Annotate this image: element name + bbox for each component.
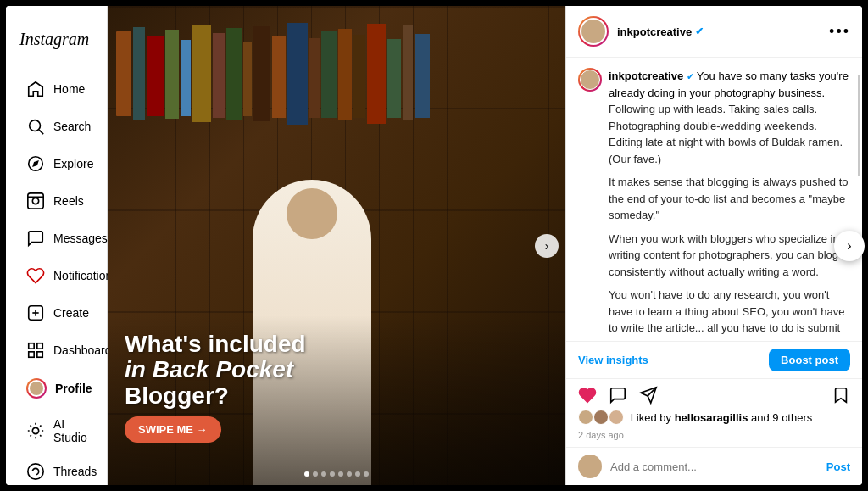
svg-rect-11 bbox=[37, 343, 42, 349]
svg-rect-13 bbox=[37, 352, 42, 357]
caption-verified: ✔ bbox=[687, 71, 697, 81]
post-actions-row bbox=[566, 378, 862, 408]
modal-container: Instagram Home Search bbox=[6, 6, 862, 485]
add-comment-row: Post bbox=[566, 447, 862, 485]
dashboard-icon bbox=[26, 341, 45, 360]
post-caption: inkpotcreative ✔ You have so many tasks … bbox=[609, 68, 850, 341]
threads-icon bbox=[26, 462, 45, 481]
verified-badge: ✔ bbox=[695, 25, 704, 37]
close-button[interactable]: × bbox=[836, 7, 861, 32]
caption-row: inkpotcreative ✔ You have so many tasks … bbox=[578, 68, 850, 341]
post-timestamp: 2 days ago bbox=[566, 428, 862, 447]
insights-row: View insights Boost post bbox=[566, 341, 862, 378]
svg-point-0 bbox=[30, 120, 41, 131]
svg-marker-3 bbox=[32, 160, 39, 167]
sidebar-item-notifications[interactable]: Notifications bbox=[13, 258, 100, 293]
slide-dot-2[interactable] bbox=[313, 471, 318, 477]
svg-rect-12 bbox=[29, 352, 34, 357]
messages-icon bbox=[26, 229, 45, 248]
post-text-overlay: What's included in Back Pocket Blogger? … bbox=[125, 332, 548, 443]
slide-dot-8[interactable] bbox=[364, 471, 369, 477]
svg-rect-10 bbox=[29, 343, 34, 349]
caption-text: inkpotcreative ✔ You have so many tasks … bbox=[609, 70, 849, 99]
share-button[interactable] bbox=[639, 386, 658, 405]
slide-dot-5[interactable] bbox=[338, 471, 343, 477]
post-comment-button[interactable]: Post bbox=[826, 460, 850, 473]
svg-point-5 bbox=[32, 198, 38, 204]
sidebar-bottom: AI Studio Threads bbox=[6, 408, 107, 485]
modal-next-arrow[interactable]: › bbox=[834, 231, 865, 261]
explore-icon bbox=[26, 154, 45, 173]
slide-dot-6[interactable] bbox=[347, 471, 352, 477]
search-icon bbox=[26, 117, 45, 136]
post-header: inkpotcreative ✔ ••• bbox=[566, 6, 862, 58]
sidebar-item-label: Profile bbox=[55, 382, 92, 395]
sidebar-item-label: Messages bbox=[53, 232, 108, 245]
sidebar-item-label: Dashboard bbox=[53, 343, 112, 357]
post-image-title: What's included in Back Pocket Blogger? bbox=[125, 332, 548, 410]
svg-line-1 bbox=[39, 130, 43, 134]
sidebar-item-label: Reels bbox=[53, 194, 84, 208]
sidebar: Instagram Home Search bbox=[6, 6, 108, 485]
sidebar-item-explore[interactable]: Explore bbox=[13, 146, 100, 181]
slide-dots-indicator bbox=[304, 471, 369, 477]
notifications-icon bbox=[26, 266, 45, 285]
svg-rect-4 bbox=[28, 193, 43, 209]
sidebar-item-reels[interactable]: Reels bbox=[13, 183, 100, 219]
likes-row: Liked by hellosaragillis and 9 others bbox=[566, 408, 862, 428]
create-icon bbox=[26, 304, 45, 322]
slide-dot-4[interactable] bbox=[330, 471, 335, 477]
slide-dot-1[interactable] bbox=[304, 471, 309, 477]
sidebar-item-label: Threads bbox=[53, 465, 97, 478]
save-button[interactable] bbox=[832, 386, 850, 405]
likes-text: Liked by hellosaragillis and 9 others bbox=[627, 411, 812, 424]
comments-area: inkpotcreative ✔ You have so many tasks … bbox=[566, 58, 862, 341]
likes-avatar-2 bbox=[593, 410, 609, 425]
likes-avatar-1 bbox=[578, 410, 593, 425]
comment-button[interactable] bbox=[609, 386, 627, 405]
current-user-avatar bbox=[578, 455, 602, 478]
comment-input[interactable] bbox=[610, 460, 818, 473]
sidebar-item-home[interactable]: Home bbox=[13, 71, 100, 107]
boost-post-button[interactable]: Boost post bbox=[769, 349, 850, 371]
sidebar-item-label: Explore bbox=[53, 157, 93, 170]
sidebar-item-label: Home bbox=[53, 82, 85, 96]
scroll-indicator bbox=[858, 75, 860, 176]
post-author-info: inkpotcreative ✔ bbox=[617, 25, 704, 38]
post-author-username[interactable]: inkpotcreative ✔ bbox=[617, 25, 704, 38]
sidebar-item-threads[interactable]: Threads bbox=[13, 454, 100, 485]
post-author-avatar[interactable] bbox=[578, 16, 609, 47]
sidebar-item-ai-studio[interactable]: AI Studio bbox=[13, 409, 100, 453]
slide-next-arrow[interactable]: › bbox=[535, 234, 559, 258]
sidebar-item-label: Create bbox=[53, 306, 89, 320]
view-insights-button[interactable]: View insights bbox=[578, 354, 648, 366]
right-panel: inkpotcreative ✔ ••• inkpotcreative ✔ bbox=[565, 6, 862, 485]
sidebar-item-messages[interactable]: Messages bbox=[13, 220, 100, 256]
like-button[interactable] bbox=[578, 386, 597, 405]
sidebar-item-profile[interactable]: Profile bbox=[13, 370, 100, 407]
profile-avatar bbox=[26, 378, 47, 399]
swipe-button[interactable]: SWIPE ME → bbox=[125, 416, 221, 443]
caption-author-avatar[interactable] bbox=[578, 68, 602, 92]
instagram-logo[interactable]: Instagram bbox=[6, 20, 107, 70]
slide-dot-3[interactable] bbox=[321, 471, 326, 477]
svg-point-14 bbox=[32, 427, 38, 433]
modal-overlay: × Instagram Home Se bbox=[0, 0, 868, 491]
slide-dot-7[interactable] bbox=[355, 471, 360, 477]
sidebar-item-create[interactable]: Create bbox=[13, 295, 100, 331]
sidebar-item-label: Search bbox=[53, 120, 91, 133]
likes-avatar-3 bbox=[609, 410, 624, 425]
sidebar-item-dashboard[interactable]: Dashboard bbox=[13, 332, 100, 368]
likes-avatars: Liked by hellosaragillis and 9 others bbox=[578, 410, 850, 425]
home-icon bbox=[26, 80, 45, 98]
sidebar-item-search[interactable]: Search bbox=[13, 109, 100, 144]
reels-icon bbox=[26, 192, 45, 210]
ai-studio-icon bbox=[26, 421, 45, 440]
sidebar-item-label: AI Studio bbox=[53, 417, 87, 444]
post-image-area: @INKPOTCREATIVE bbox=[108, 6, 565, 485]
